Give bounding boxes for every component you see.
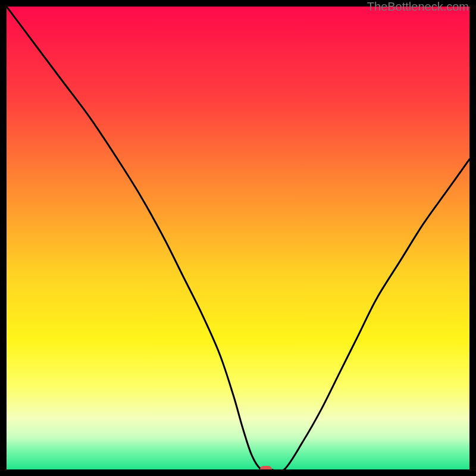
bottleneck-marker (260, 466, 272, 469)
watermark-text: TheBottleneck.com (367, 0, 469, 14)
bottleneck-curve (7, 7, 469, 469)
chart-container: TheBottleneck.com (0, 0, 476, 476)
plot-area (7, 7, 469, 469)
curve-svg (7, 7, 469, 469)
